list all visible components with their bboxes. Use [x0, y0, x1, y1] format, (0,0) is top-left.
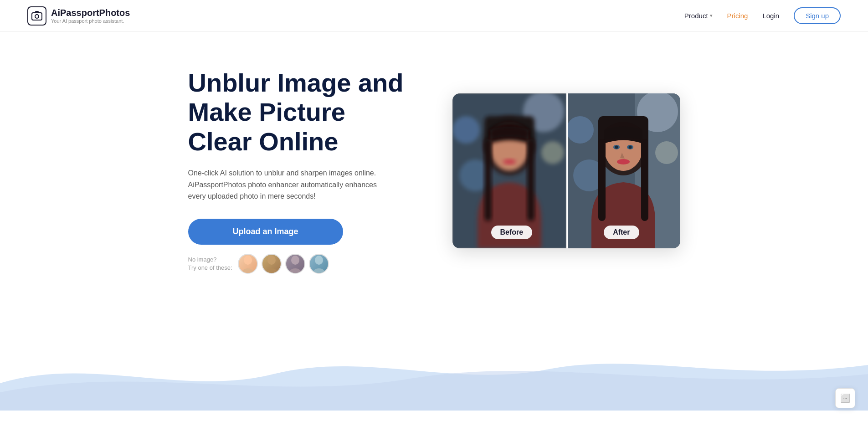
svg-point-1: [35, 15, 39, 18]
svg-rect-31: [598, 139, 606, 221]
logo-icon: [27, 6, 46, 26]
nav-login[interactable]: Login: [762, 12, 779, 20]
wave-svg: [0, 329, 868, 411]
hero-section: Unblur Image and Make Picture Clear Onli…: [115, 32, 753, 301]
svg-rect-15: [527, 139, 534, 221]
svg-point-16: [503, 159, 516, 164]
svg-rect-14: [484, 139, 492, 221]
logo-tagline: Your AI passport photo assistant.: [51, 18, 130, 24]
svg-point-9: [541, 141, 564, 164]
sample-thumbs: [238, 254, 329, 274]
logo[interactable]: AiPassportPhotos Your AI passport photo …: [27, 6, 130, 26]
logo-name: AiPassportPhotos: [51, 8, 130, 18]
signup-button[interactable]: Sign up: [794, 7, 841, 24]
nav-product-label: Product: [684, 12, 708, 20]
hero-right: Before After: [452, 93, 680, 248]
wave-footer: [0, 329, 868, 411]
svg-point-3: [267, 256, 276, 265]
hero-left: Unblur Image and Make Picture Clear Onli…: [188, 68, 416, 274]
chat-button[interactable]: ⬜ ···: [835, 388, 855, 408]
hero-description: One-click AI solution to unblur and shar…: [188, 167, 389, 202]
sample-section: No image?Try one of these:: [188, 254, 416, 274]
sample-label: No image?Try one of these:: [188, 256, 232, 272]
chevron-down-icon: ▾: [710, 13, 713, 19]
nav-login-label: Login: [762, 12, 779, 20]
svg-rect-0: [32, 13, 42, 20]
before-label: Before: [491, 226, 533, 239]
hero-title: Unblur Image and Make Picture Clear Onli…: [188, 68, 416, 156]
upload-button[interactable]: Upload an Image: [188, 219, 343, 245]
chat-dots-icon: ···: [843, 396, 847, 401]
svg-rect-32: [641, 139, 648, 221]
svg-point-7: [452, 116, 480, 144]
logo-text: AiPassportPhotos Your AI passport photo …: [51, 8, 130, 24]
nav-pricing-label: Pricing: [727, 12, 748, 20]
after-image: [566, 93, 680, 248]
svg-point-29: [628, 146, 632, 149]
sample-thumb-1[interactable]: [238, 254, 258, 274]
sample-thumb-4[interactable]: [309, 254, 329, 274]
nav-links: Product ▾ Pricing Login Sign up: [684, 7, 841, 24]
after-label: After: [604, 226, 639, 239]
svg-point-30: [617, 159, 630, 164]
sample-thumb-2[interactable]: [262, 254, 282, 274]
svg-point-28: [615, 146, 618, 149]
before-image: [452, 93, 566, 248]
divider-line: [566, 93, 568, 248]
svg-point-2: [244, 256, 252, 265]
navbar: AiPassportPhotos Your AI passport photo …: [0, 0, 868, 32]
nav-pricing[interactable]: Pricing: [727, 12, 748, 20]
svg-point-5: [315, 256, 323, 265]
nav-product[interactable]: Product ▾: [684, 12, 713, 20]
svg-point-4: [291, 256, 299, 265]
sample-thumb-3[interactable]: [285, 254, 305, 274]
before-after-image: Before After: [452, 93, 680, 248]
svg-point-18: [566, 116, 594, 144]
